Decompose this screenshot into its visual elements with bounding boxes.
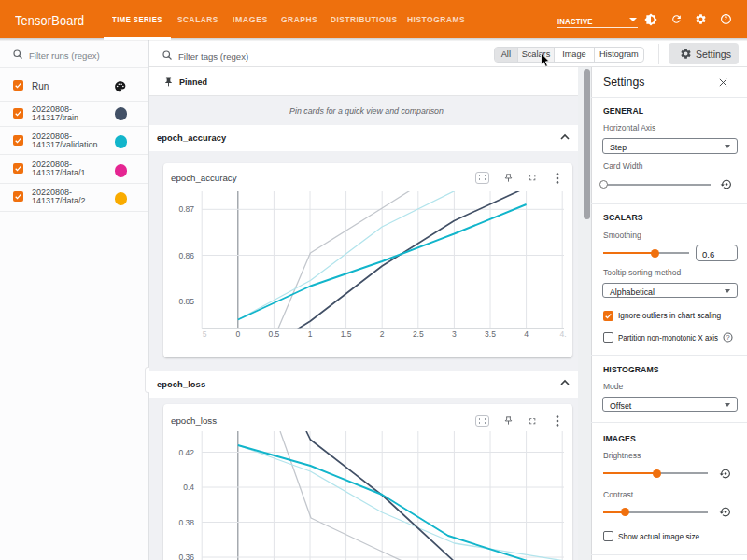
svg-text:3.5: 3.5 [485,329,496,339]
svg-text:0.86: 0.86 [178,251,194,260]
svg-text:0: 0 [235,329,240,339]
svg-text:1: 1 [308,329,313,339]
svg-text:2.5: 2.5 [413,329,424,339]
svg-text:0.87: 0.87 [178,204,194,214]
svg-text:?: ? [726,333,729,342]
svg-text:0.36: 0.36 [178,553,194,560]
svg-text:3: 3 [452,329,457,339]
svg-text:5: 5 [203,329,207,339]
svg-text:0.38: 0.38 [178,518,194,527]
svg-text:2: 2 [380,329,385,339]
svg-text:0.85: 0.85 [178,297,194,306]
svg-text:0.4: 0.4 [183,483,194,492]
svg-text:4: 4 [524,329,529,339]
svg-text:0.42: 0.42 [178,448,194,457]
svg-text:1.5: 1.5 [341,329,352,339]
svg-text:0.5: 0.5 [268,329,279,339]
svg-text:4.: 4. [559,329,566,339]
